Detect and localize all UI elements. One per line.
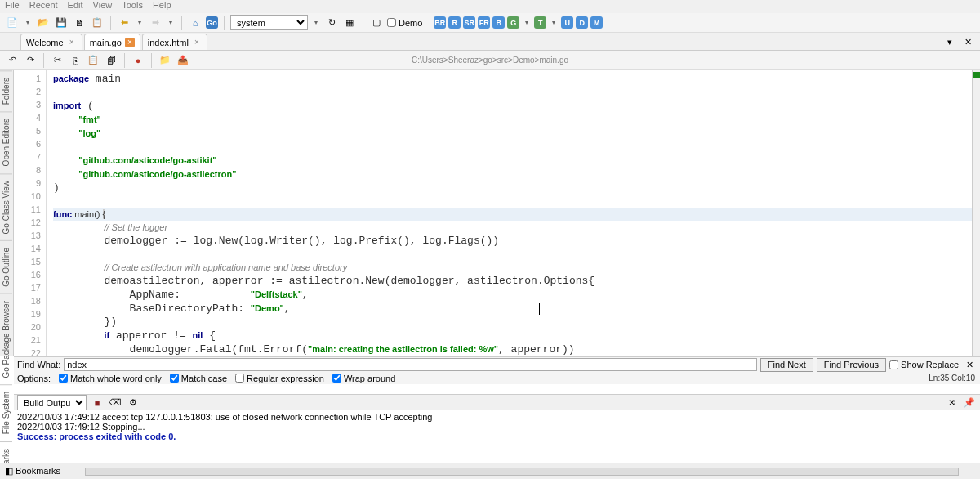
- undo-icon[interactable]: ↶: [5, 53, 20, 68]
- separator: [124, 53, 125, 68]
- find-next-button[interactable]: Find Next: [760, 358, 813, 372]
- badge-row: BRRSRFRBG▾T▾UDM: [434, 16, 603, 30]
- redo-icon[interactable]: ↷: [23, 53, 38, 68]
- menu-tools[interactable]: Tools: [122, 0, 143, 13]
- menu-recent[interactable]: Recent: [29, 0, 58, 13]
- line-gutter: 12345678910111213141516171819202122: [14, 70, 47, 356]
- options-label: Options:: [17, 374, 51, 383]
- save-all-icon[interactable]: 🗎: [72, 16, 87, 30]
- forward-icon[interactable]: ➡: [148, 16, 163, 30]
- open-icon[interactable]: 📂: [36, 16, 51, 30]
- clip-icon[interactable]: 🗐: [104, 53, 118, 68]
- badge-m[interactable]: M: [590, 16, 603, 29]
- find-opt-match-whole-word-only[interactable]: Match whole word only: [59, 374, 162, 383]
- sidetab-folders[interactable]: Folders: [0, 70, 12, 111]
- refresh-icon[interactable]: ↻: [324, 16, 339, 30]
- badge-r[interactable]: R: [448, 16, 461, 29]
- demo-checkbox[interactable]: Demo: [387, 18, 422, 28]
- build-output[interactable]: 2022/10/03 17:49:12 accept tcp 127.0.0.1…: [14, 410, 972, 459]
- cut-icon[interactable]: ✂: [50, 53, 65, 68]
- clear-output-icon[interactable]: ⌫: [108, 396, 122, 410]
- separator: [151, 53, 152, 68]
- new-dropdown[interactable]: ▾: [23, 16, 33, 30]
- find-opt-regular-expression[interactable]: Regular expression: [235, 374, 324, 383]
- editor: 12345678910111213141516171819202122 pack…: [14, 70, 972, 356]
- output-line: 2022/10/03 17:49:12 Stopping...: [17, 422, 969, 432]
- badge-br[interactable]: BR: [434, 16, 446, 29]
- badge-d[interactable]: D: [576, 16, 588, 29]
- sidetab-open-editors[interactable]: Open Editors: [0, 111, 12, 172]
- find-opt-wrap-around[interactable]: Wrap around: [332, 374, 395, 383]
- ruler-mark: [973, 72, 980, 78]
- menu-bar: FileRecentEditViewToolsHelp: [0, 0, 980, 13]
- home-icon[interactable]: ⌂: [188, 16, 203, 30]
- tab-label: main.go: [90, 38, 122, 47]
- go-badge-icon[interactable]: Go: [206, 16, 218, 29]
- close-all-icon[interactable]: ✕: [960, 34, 975, 49]
- fwd-dropdown[interactable]: ▾: [166, 16, 176, 30]
- tool-icon[interactable]: ▦: [342, 16, 357, 30]
- tabs-menu-icon[interactable]: ▾: [942, 34, 957, 49]
- separator: [43, 53, 44, 68]
- stop-build-icon[interactable]: ■: [90, 396, 105, 410]
- save-icon[interactable]: 💾: [54, 16, 69, 30]
- sidetab-go-class-view[interactable]: Go Class View: [0, 173, 12, 240]
- code-area[interactable]: package main import ( "fmt" "log" "githu…: [47, 70, 972, 356]
- menu-help[interactable]: Help: [153, 0, 172, 13]
- tab-close-icon[interactable]: ×: [192, 38, 202, 47]
- export-icon[interactable]: 📤: [176, 53, 190, 68]
- window-icon[interactable]: ▢: [369, 16, 384, 30]
- output-success: Success: process exited with code 0.: [17, 432, 969, 441]
- separator: [224, 16, 225, 30]
- find-bar: Find What: Find Next Find Previous Show …: [14, 356, 980, 384]
- show-replace-checkbox[interactable]: Show Replace: [889, 360, 959, 369]
- output-select[interactable]: Build Output:: [17, 395, 87, 410]
- copy-icon[interactable]: 📋: [90, 16, 105, 30]
- pin-icon[interactable]: 📌: [962, 396, 977, 410]
- sidetab-go-outline[interactable]: Go Outline: [0, 240, 12, 293]
- badge-b[interactable]: B: [492, 16, 505, 29]
- folder-icon[interactable]: 📁: [158, 53, 172, 68]
- new-file-icon[interactable]: 📄: [5, 16, 20, 30]
- find-prev-button[interactable]: Find Previous: [817, 358, 886, 372]
- editor-toolbar: ↶ ↷ ✂ ⎘ 📋 🗐 ● 📁 📤 C:\Users>Sheeraz>go>sr…: [0, 51, 980, 70]
- collapse-icon[interactable]: ⤨: [944, 396, 959, 410]
- bookmarks-tab[interactable]: ◧ Bookmarks: [5, 466, 60, 477]
- badge-fr[interactable]: FR: [478, 16, 490, 29]
- config-select[interactable]: system: [230, 15, 308, 30]
- sidetab-file-system[interactable]: File System: [0, 384, 12, 441]
- settings-icon[interactable]: ⚙: [126, 396, 140, 410]
- record-icon[interactable]: ●: [131, 53, 145, 68]
- copy2-icon[interactable]: ⎘: [68, 53, 82, 68]
- main-toolbar: 📄 ▾ 📂 💾 🗎 📋 ⬅ ▾ ➡ ▾ ⌂ Go system ▾ ↻ ▦ ▢ …: [0, 13, 980, 33]
- find-opt-match-case[interactable]: Match case: [170, 374, 227, 383]
- menu-view[interactable]: View: [93, 0, 113, 13]
- side-panel: FoldersOpen EditorsGo Class ViewGo Outli…: [0, 70, 14, 356]
- back-dropdown[interactable]: ▾: [135, 16, 145, 30]
- tab-main-go[interactable]: main.go×: [84, 34, 140, 50]
- close-find-icon[interactable]: ✕: [962, 357, 977, 372]
- badge-dropdown[interactable]: ▾: [549, 16, 559, 30]
- badge-t[interactable]: T: [534, 16, 546, 29]
- breadcrumb: C:\Users>Sheeraz>go>src>Demo>main.go: [412, 56, 568, 65]
- find-input[interactable]: [64, 358, 757, 371]
- tab-close-icon[interactable]: ×: [125, 38, 135, 47]
- menu-file[interactable]: File: [5, 0, 20, 13]
- sidetab-go-package-browser[interactable]: Go Package Browser: [0, 293, 12, 385]
- find-label: Find What:: [17, 360, 60, 369]
- status-bar: ◧ Bookmarks: [0, 463, 980, 479]
- config-dropdown[interactable]: ▾: [311, 16, 321, 30]
- separator: [110, 16, 111, 30]
- tab-close-icon[interactable]: ×: [67, 38, 77, 47]
- tab-label: index.html: [148, 38, 189, 47]
- paste-icon[interactable]: 📋: [86, 53, 100, 68]
- back-icon[interactable]: ⬅: [117, 16, 131, 30]
- tab-index-html[interactable]: index.html×: [142, 34, 207, 50]
- horizontal-scrollbar[interactable]: [85, 468, 959, 476]
- badge-g[interactable]: G: [507, 16, 519, 29]
- tab-Welcome[interactable]: Welcome×: [20, 34, 82, 50]
- menu-edit[interactable]: Edit: [68, 0, 83, 13]
- badge-sr[interactable]: SR: [463, 16, 475, 29]
- badge-dropdown[interactable]: ▾: [522, 16, 532, 30]
- badge-u[interactable]: U: [561, 16, 573, 29]
